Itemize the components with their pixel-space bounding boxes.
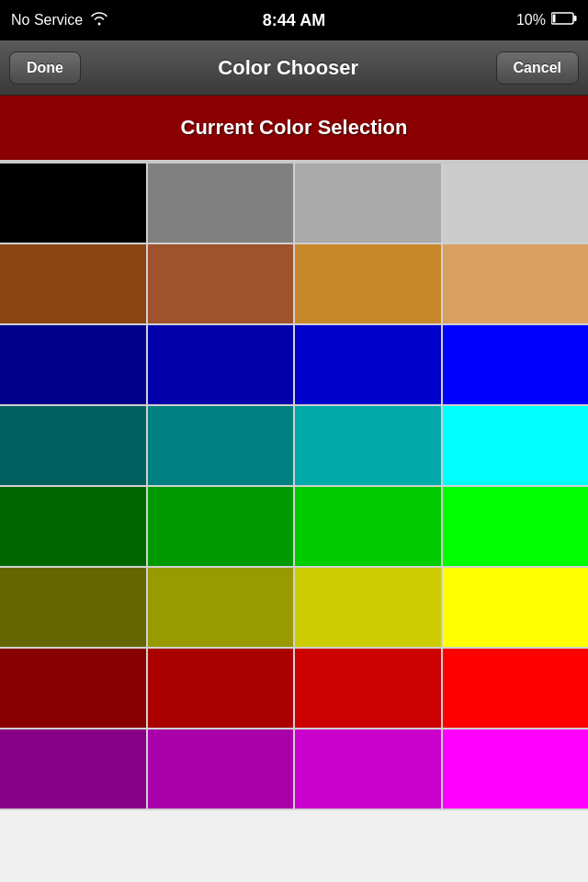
color-swatch-yellow[interactable] [443, 568, 589, 647]
color-swatch-blue-bright[interactable] [295, 325, 443, 404]
color-swatch-golden-brown[interactable] [295, 244, 443, 323]
status-left: No Service [11, 11, 195, 29]
banner-text: Current Color Selection [181, 116, 408, 140]
color-swatch-green[interactable] [295, 487, 443, 566]
color-row-row-greens [0, 487, 588, 568]
color-swatch-dark-green[interactable] [0, 487, 148, 566]
color-swatch-medium-magenta[interactable] [295, 729, 443, 808]
color-swatch-olive[interactable] [0, 568, 148, 647]
color-grid [0, 164, 588, 810]
color-swatch-dark-yellow[interactable] [148, 568, 296, 647]
cancel-button[interactable]: Cancel [496, 51, 579, 85]
wifi-icon [90, 11, 108, 29]
carrier-label: No Service [11, 12, 83, 28]
color-swatch-lime[interactable] [443, 487, 589, 566]
color-swatch-dark-blue[interactable] [0, 325, 148, 404]
battery-label: 10% [516, 12, 546, 28]
color-row-row-magentas [0, 729, 588, 810]
color-row-row-reds [0, 649, 588, 729]
done-button[interactable]: Done [9, 51, 81, 85]
color-swatch-yellow-green[interactable] [295, 568, 443, 647]
color-swatch-blue[interactable] [443, 325, 589, 404]
color-swatch-medium-green[interactable] [148, 487, 296, 566]
color-swatch-silver[interactable] [443, 164, 589, 243]
battery-icon [551, 11, 577, 29]
color-swatch-medium-cyan[interactable] [295, 406, 443, 485]
color-swatch-light-gray[interactable] [295, 164, 443, 243]
color-swatch-teal[interactable] [148, 406, 296, 485]
color-row-row-blues-dark [0, 325, 588, 406]
color-swatch-dark-teal[interactable] [0, 406, 148, 485]
color-swatch-dark-red[interactable] [0, 649, 148, 728]
status-bar: No Service 8:44 AM 10% [0, 0, 588, 40]
color-row-row-teals [0, 406, 588, 487]
color-swatch-medium-blue[interactable] [148, 325, 296, 404]
status-time: 8:44 AM [263, 11, 325, 30]
color-row-row-grays [0, 164, 588, 244]
svg-rect-2 [552, 15, 555, 23]
status-right: 10% [393, 11, 577, 29]
navigation-bar: Done Color Chooser Cancel [0, 40, 588, 96]
svg-rect-1 [573, 16, 576, 21]
nav-title: Color Chooser [218, 56, 358, 80]
current-color-banner: Current Color Selection [0, 96, 588, 162]
color-row-row-yellows [0, 568, 588, 649]
color-row-row-browns [0, 244, 588, 325]
color-swatch-gray[interactable] [148, 164, 296, 243]
color-swatch-medium-red[interactable] [148, 649, 296, 728]
color-swatch-crimson[interactable] [295, 649, 443, 728]
color-swatch-black[interactable] [0, 164, 148, 243]
color-swatch-sienna[interactable] [148, 244, 296, 323]
color-swatch-cyan[interactable] [443, 406, 589, 485]
color-swatch-purple[interactable] [148, 729, 296, 808]
color-swatch-dark-magenta[interactable] [0, 729, 148, 808]
color-swatch-red[interactable] [443, 649, 589, 728]
color-swatch-magenta[interactable] [443, 729, 589, 808]
color-swatch-burlywood[interactable] [443, 244, 589, 323]
color-swatch-saddle-brown[interactable] [0, 244, 148, 323]
